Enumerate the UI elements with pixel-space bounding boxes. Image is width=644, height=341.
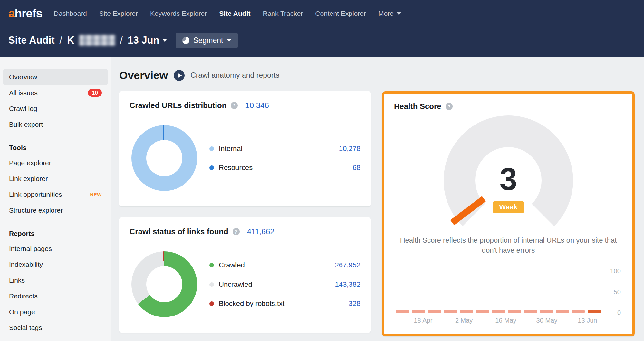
sidebar-item-label: Overview xyxy=(9,73,37,81)
sidebar-item-redirects[interactable]: Redirects xyxy=(3,288,108,304)
y-axis-tick: 0 xyxy=(604,309,621,316)
help-icon[interactable]: ? xyxy=(231,102,238,109)
legend-dot xyxy=(209,146,214,151)
health-score-rating-badge: Weak xyxy=(493,201,524,213)
crawl-status-total-link[interactable]: 411,662 xyxy=(247,227,274,236)
nav-item-content-explorer[interactable]: Content Explorer xyxy=(315,10,366,17)
nav-item-more[interactable]: More xyxy=(378,10,401,17)
crawled-urls-total-link[interactable]: 10,346 xyxy=(245,101,269,110)
legend-row: Blocked by robots.txt 328 xyxy=(209,294,360,313)
health-history-bar xyxy=(572,310,585,313)
legend-row: Resources 68 xyxy=(209,158,360,177)
crawled-urls-card: Crawled URLs distribution ? 10,346 Inter… xyxy=(119,91,371,206)
sidebar-item-label: Structure explorer xyxy=(9,206,63,214)
health-history-bar xyxy=(428,310,441,313)
issues-count-badge: 10 xyxy=(88,89,102,97)
gridline-0: 0 xyxy=(395,313,601,313)
health-history-bar xyxy=(476,310,489,313)
card-title: Crawl status of links found xyxy=(130,227,228,236)
crawl-status-donut xyxy=(131,251,197,317)
card-title: Health Score xyxy=(394,102,441,111)
play-video-icon[interactable] xyxy=(174,70,185,81)
help-icon[interactable]: ? xyxy=(446,103,453,110)
crawled-urls-donut xyxy=(131,125,197,191)
health-history-bar xyxy=(524,310,537,313)
sidebar-item-on-page[interactable]: On page xyxy=(3,304,108,320)
new-tag: NEW xyxy=(90,192,102,197)
sidebar-item-label: Internal pages xyxy=(9,245,52,253)
nav-more-label: More xyxy=(378,10,394,17)
sidebar-item-all-issues[interactable]: All issues 10 xyxy=(3,85,108,101)
x-axis-label: 16 May xyxy=(495,317,516,324)
legend-value-link[interactable]: 10,278 xyxy=(339,145,360,153)
sidebar-item-label: Crawl log xyxy=(9,105,37,113)
legend-value-link[interactable]: 328 xyxy=(349,299,360,308)
health-score-description: Health Score reflects the proportion of … xyxy=(397,236,620,256)
health-history-bars xyxy=(396,310,601,313)
sidebar-item-label: Page explorer xyxy=(9,159,51,167)
nav-item-site-explorer[interactable]: Site Explorer xyxy=(99,10,138,17)
legend-row: Crawled 267,952 xyxy=(209,256,360,275)
breadcrumb-section[interactable]: Site Audit xyxy=(8,35,55,46)
sidebar-item-label: Indexability xyxy=(9,261,43,268)
sidebar-item-duplicate-content[interactable]: Duplicate content xyxy=(3,336,108,341)
sidebar-item-social-tags[interactable]: Social tags xyxy=(3,320,108,336)
crawl-status-card: Crawl status of links found ? 411,662 Cr… xyxy=(119,217,371,333)
ahrefs-logo[interactable]: ahrefs xyxy=(8,7,42,20)
legend-value-link[interactable]: 267,952 xyxy=(335,261,360,269)
x-axis-label: 13 Jun xyxy=(578,317,597,324)
sidebar-item-page-explorer[interactable]: Page explorer xyxy=(3,155,108,171)
legend-row: Uncrawled 143,382 xyxy=(209,275,360,294)
legend-label: Uncrawled xyxy=(219,280,335,289)
card-title: Crawled URLs distribution xyxy=(130,101,226,110)
breadcrumb: Site Audit / K / 13 Jun xyxy=(8,35,167,46)
sidebar-item-link-opportunities[interactable]: Link opportunities NEW xyxy=(3,186,108,202)
health-history-bar xyxy=(444,310,457,313)
top-header: ahrefs Dashboard Site Explorer Keywords … xyxy=(0,0,644,57)
breadcrumb-row: Site Audit / K / 13 Jun Segment xyxy=(0,27,644,57)
sidebar-item-links[interactable]: Links xyxy=(3,272,108,288)
chevron-down-icon xyxy=(397,12,401,15)
y-axis-tick: 100 xyxy=(604,267,621,275)
chevron-down-icon xyxy=(227,39,231,42)
nav-item-site-audit[interactable]: Site Audit xyxy=(219,10,250,17)
breadcrumb-separator: / xyxy=(120,35,123,46)
health-history-bar xyxy=(540,310,553,313)
legend-dot xyxy=(209,282,214,287)
legend-row: Internal 10,278 xyxy=(209,139,360,158)
legend-label: Internal xyxy=(219,145,339,153)
legend-value-link[interactable]: 68 xyxy=(353,164,360,172)
page-subtitle-link[interactable]: Crawl anatomy and reports xyxy=(190,71,279,80)
sidebar-item-bulk-export[interactable]: Bulk export xyxy=(3,116,108,132)
nav-item-rank-tracker[interactable]: Rank Tracker xyxy=(263,10,303,17)
sidebar-item-label: Link opportunities xyxy=(9,191,62,198)
gridline-50: 50 xyxy=(395,292,601,292)
crawl-date-label: 13 Jun xyxy=(128,35,159,46)
sidebar-item-structure-explorer[interactable]: Structure explorer xyxy=(3,202,108,218)
legend-label: Blocked by robots.txt xyxy=(219,299,349,308)
main-nav: Dashboard Site Explorer Keywords Explore… xyxy=(54,10,401,17)
health-score-value: 3 xyxy=(437,163,579,195)
nav-item-dashboard[interactable]: Dashboard xyxy=(54,10,87,17)
sidebar-item-label: Redirects xyxy=(9,292,38,300)
health-score-history-chart: 100 50 0 18 Apr2 May16 May30 May13 Jun xyxy=(394,271,623,328)
segment-button[interactable]: Segment xyxy=(176,33,238,48)
sidebar-item-crawl-log[interactable]: Crawl log xyxy=(3,101,108,116)
legend-value-link[interactable]: 143,382 xyxy=(335,280,360,289)
crawl-date-dropdown[interactable]: 13 Jun xyxy=(128,35,167,46)
sidebar-item-indexability[interactable]: Indexability xyxy=(3,256,108,272)
sidebar-item-link-explorer[interactable]: Link explorer xyxy=(3,171,108,186)
sidebar-item-label: Social tags xyxy=(9,324,42,332)
health-history-bar xyxy=(412,310,425,313)
health-history-bar xyxy=(588,310,601,313)
legend-label: Resources xyxy=(219,164,353,172)
help-icon[interactable]: ? xyxy=(233,228,240,235)
sidebar-item-overview[interactable]: Overview xyxy=(3,69,108,85)
gridline-100: 100 xyxy=(395,271,601,271)
sidebar-item-label: Links xyxy=(9,276,25,284)
nav-item-keywords-explorer[interactable]: Keywords Explorer xyxy=(150,10,207,17)
sidebar-item-label: Duplicate content xyxy=(9,340,61,341)
sidebar-item-internal-pages[interactable]: Internal pages xyxy=(3,241,108,256)
project-name-visible[interactable]: K xyxy=(67,35,74,46)
health-history-xlabels: 18 Apr2 May16 May30 May13 Jun xyxy=(395,317,601,328)
